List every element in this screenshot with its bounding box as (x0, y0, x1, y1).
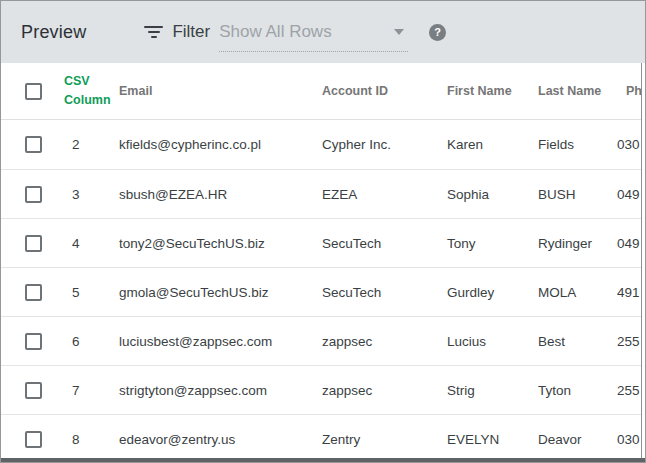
cell-csv-column: 3 (53, 187, 119, 202)
help-icon[interactable]: ? (429, 24, 446, 41)
row-checkbox-cell (1, 382, 53, 399)
row-checkbox-cell (1, 284, 53, 301)
csv-import-preview-window: Preview Filter Show All Rows ? CSV Colum… (0, 0, 646, 463)
select-all-checkbox[interactable] (25, 83, 42, 100)
cell-last-name: Rydinger (538, 236, 617, 251)
table-row: 5 gmola@SecuTechUS.biz SecuTech Gurdley … (1, 267, 641, 316)
cell-first-name: Tony (447, 236, 538, 251)
page-title: Preview (21, 22, 86, 43)
cell-email: edeavor@zentry.us (119, 432, 322, 447)
cell-email: tony2@SecuTechUS.biz (119, 236, 322, 251)
cell-phone: 491 (617, 285, 641, 300)
column-header-account-id: Account ID (322, 84, 447, 98)
cell-account-id: Zentry (322, 432, 447, 447)
cell-first-name: Karen (447, 137, 538, 152)
cell-first-name: Gurdley (447, 285, 538, 300)
table-row: 8 edeavor@zentry.us Zentry EVELYN Deavor… (1, 414, 641, 458)
filter-list-icon (144, 25, 163, 39)
cell-csv-column: 2 (53, 137, 119, 152)
row-checkbox[interactable] (25, 186, 42, 203)
table-row: 6 luciusbest@zappsec.com zappsec Lucius … (1, 316, 641, 365)
cell-csv-column: 5 (53, 285, 119, 300)
cell-csv-column: 4 (53, 236, 119, 251)
column-header-last-name: Last Name (538, 84, 617, 98)
cell-csv-column: 6 (53, 334, 119, 349)
column-header-email: Email (119, 84, 322, 98)
cell-phone: 049 (617, 236, 641, 251)
cell-email: strigtyton@zappsec.com (119, 383, 322, 398)
row-checkbox-cell (1, 431, 53, 448)
cell-csv-column: 7 (53, 383, 119, 398)
cell-email: luciusbest@zappsec.com (119, 334, 322, 349)
cell-last-name: MOLA (538, 285, 617, 300)
cell-last-name: Best (538, 334, 617, 349)
cell-phone: 030 (617, 137, 641, 152)
cell-phone: 255 (617, 334, 641, 349)
column-header-first-name: First Name (447, 84, 538, 98)
cell-phone: 030 (617, 432, 641, 447)
table-header-row: CSV Column Email Account ID First Name L… (1, 63, 641, 120)
preview-toolbar: Preview Filter Show All Rows ? (1, 1, 645, 63)
filter-label: Filter (172, 22, 210, 42)
cell-first-name: EVELYN (447, 432, 538, 447)
filter-dropdown-value[interactable]: Show All Rows (219, 22, 331, 42)
row-checkbox-cell (1, 136, 53, 153)
filter-rows-dropdown[interactable]: Show All Rows (219, 22, 408, 42)
row-checkbox-cell (1, 333, 53, 350)
cell-account-id: Cypher Inc. (322, 137, 447, 152)
cell-email: gmola@SecuTechUS.biz (119, 285, 322, 300)
table-row: 7 strigtyton@zappsec.com zappsec Strig T… (1, 365, 641, 414)
column-header-phone: Phone (617, 84, 642, 98)
row-checkbox[interactable] (25, 235, 42, 252)
table-body: 2 kfields@cypherinc.co.pl Cypher Inc. Ka… (1, 120, 641, 458)
cell-last-name: BUSH (538, 187, 617, 202)
filter-control: Filter Show All Rows ? (144, 22, 446, 42)
row-checkbox[interactable] (25, 431, 42, 448)
cell-email: sbush@EZEA.HR (119, 187, 322, 202)
cell-last-name: Deavor (538, 432, 617, 447)
table-row: 2 kfields@cypherinc.co.pl Cypher Inc. Ka… (1, 120, 641, 169)
cell-account-id: EZEA (322, 187, 447, 202)
table-row: 4 tony2@SecuTechUS.biz SecuTech Tony Ryd… (1, 218, 641, 267)
row-checkbox[interactable] (25, 382, 42, 399)
cell-phone: 255 (617, 383, 641, 398)
row-checkbox[interactable] (25, 284, 42, 301)
preview-table: CSV Column Email Account ID First Name L… (1, 63, 642, 458)
chevron-down-icon[interactable] (394, 29, 404, 35)
bottom-border-bar (1, 458, 645, 462)
cell-account-id: zappsec (322, 383, 447, 398)
cell-account-id: SecuTech (322, 236, 447, 251)
row-checkbox[interactable] (25, 333, 42, 350)
cell-email: kfields@cypherinc.co.pl (119, 137, 322, 152)
row-checkbox-cell (1, 186, 53, 203)
cell-account-id: SecuTech (322, 285, 447, 300)
row-checkbox-cell (1, 235, 53, 252)
cell-first-name: Strig (447, 383, 538, 398)
header-checkbox-cell (1, 83, 53, 100)
column-header-csv-column: CSV Column (53, 72, 119, 111)
cell-first-name: Sophia (447, 187, 538, 202)
cell-phone: 049 (617, 187, 641, 202)
cell-account-id: zappsec (322, 334, 447, 349)
row-checkbox[interactable] (25, 136, 42, 153)
cell-last-name: Fields (538, 137, 617, 152)
table-row: 3 sbush@EZEA.HR EZEA Sophia BUSH 049 (1, 169, 641, 218)
cell-last-name: Tyton (538, 383, 617, 398)
cell-csv-column: 8 (53, 432, 119, 447)
cell-first-name: Lucius (447, 334, 538, 349)
